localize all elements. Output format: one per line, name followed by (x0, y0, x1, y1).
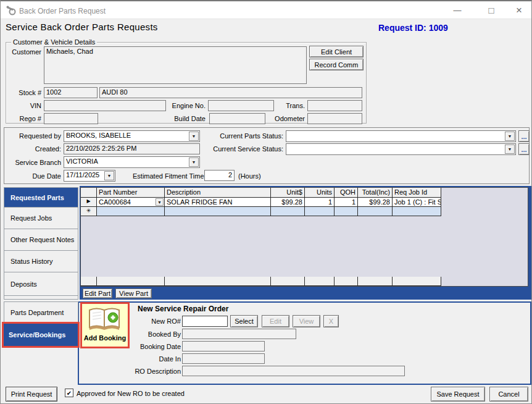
print-request-button[interactable]: Print Request (6, 387, 57, 402)
maximize-button[interactable]: □ (481, 1, 502, 19)
grid-header-description[interactable]: Description (165, 188, 271, 198)
engine-no-label: Engine No. (167, 102, 206, 109)
grid-header-unit-price[interactable]: Unit$ (271, 188, 305, 198)
service-branch-label: Service Branch (9, 159, 61, 166)
vin-label: VIN (7, 102, 41, 109)
footer-cell (271, 277, 305, 286)
ro-description-field (182, 366, 405, 376)
grid-footer-row (81, 277, 441, 286)
save-request-button[interactable]: Save Request (431, 387, 485, 402)
odometer-field[interactable] (307, 113, 362, 124)
cell-qoh[interactable]: 1 (335, 198, 358, 207)
request-id: Request ID: 1009 (378, 23, 448, 33)
parts-status-combo[interactable]: ▼ (286, 130, 516, 142)
vehicle-description-field[interactable]: AUDI 80 (99, 87, 362, 98)
sidebar-item-service-bookings[interactable]: Service/Bookings (2, 322, 80, 348)
customer-label: Customer (10, 48, 41, 56)
sidebar-item-deposits[interactable]: Deposits (4, 272, 78, 296)
engine-no-field[interactable] (208, 100, 274, 111)
stock-number-field[interactable]: 1002 (44, 87, 98, 98)
trans-field[interactable] (307, 100, 362, 111)
view-part-button[interactable]: View Part (115, 288, 152, 298)
cell-part-number[interactable]: CA000684 ▼ (97, 198, 165, 207)
sidebar-item-request-jobs[interactable]: Request Jobs (4, 207, 78, 229)
new-cell-description[interactable] (165, 207, 271, 216)
approved-checkbox[interactable]: ✔ (65, 389, 73, 397)
new-cell-part-number[interactable] (97, 207, 165, 216)
cell-total-inc[interactable]: $99.28 (358, 198, 393, 207)
build-date-label: Build Date (167, 115, 206, 122)
requested-by-combo[interactable]: BROOKS, ISABELLE ▼ (64, 130, 200, 142)
rego-field[interactable] (44, 113, 98, 124)
back-order-parts-request-window: Back Order Parts Request — □ × Service B… (0, 0, 532, 404)
record-comm-button[interactable]: Record Comm (309, 59, 364, 70)
sidebar-item-other-request-notes[interactable]: Other Request Notes (4, 229, 78, 251)
parts-status-more-button[interactable]: ... (518, 130, 530, 142)
add-booking-button[interactable]: Add Booking (80, 302, 130, 348)
due-date-value: 17/11/2025 (66, 171, 99, 179)
close-button[interactable]: × (509, 1, 530, 19)
build-date-field[interactable] (209, 113, 265, 124)
title-bar: Back Order Parts Request — □ × (1, 1, 531, 19)
grid-header-qoh[interactable]: QOH (335, 188, 358, 198)
requested-by-label: Requested by (12, 132, 61, 140)
footer-cell (81, 277, 97, 286)
sidebar-item-parts-department[interactable]: Parts Department (4, 301, 78, 324)
service-status-more-button[interactable]: ... (518, 143, 530, 155)
created-label: Created: (12, 145, 61, 153)
minimize-button[interactable]: — (447, 1, 468, 19)
grid-header-part-number[interactable]: Part Number (97, 188, 165, 198)
grid-header-units[interactable]: Units (305, 188, 335, 198)
cell-req-job-id[interactable]: Job 1 (C) : Fit So (393, 198, 441, 207)
chevron-down-icon[interactable]: ▼ (189, 158, 199, 167)
service-branch-combo[interactable]: VICTORIA ▼ (64, 156, 200, 168)
grid-header-req-job-id[interactable]: Req Job Id (393, 188, 441, 198)
sidebar-item-requested-parts[interactable]: Requested Parts (4, 187, 78, 208)
cell-unit-price[interactable]: $99.28 (271, 198, 305, 207)
booked-by-field (182, 329, 296, 339)
customer-field[interactable]: Michaels, Chad (44, 46, 307, 84)
footer-cell (335, 277, 358, 286)
sidebar-item-status-history[interactable]: Status History (4, 250, 78, 272)
due-date-combo[interactable]: 17/11/2025 ▼ (64, 170, 115, 182)
cancel-button[interactable]: Cancel (489, 387, 528, 402)
new-cell-req-job-id[interactable] (393, 207, 441, 216)
new-ro-field[interactable] (182, 316, 228, 327)
chevron-down-icon[interactable]: ▼ (505, 145, 515, 154)
new-cell-units[interactable] (305, 207, 335, 216)
stock-label: Stock # (7, 89, 41, 96)
current-row-marker-icon: ▶ (81, 198, 97, 207)
service-status-label: Current Service Status: (204, 145, 283, 153)
approved-checkbox-label[interactable]: Approved for New RO to be created (77, 390, 185, 397)
chevron-down-icon[interactable]: ▼ (505, 132, 515, 141)
booking-date-field (182, 341, 265, 351)
due-date-label: Due Date (24, 172, 61, 180)
odometer-label: Odometer (274, 115, 305, 122)
cell-units[interactable]: 1 (305, 198, 335, 207)
grid-header-total-inc[interactable]: Total(Inc) (358, 188, 393, 198)
new-cell-qoh[interactable] (335, 207, 358, 216)
service-status-combo[interactable]: ▼ (286, 143, 516, 155)
service-branch-value: VICTORIA (66, 158, 98, 165)
cell-description[interactable]: SOLAR FRIDGE FAN (165, 198, 271, 207)
check-icon: ✔ (67, 390, 72, 397)
grid-header-row: Part Number Description Unit$ Units QOH … (81, 188, 441, 198)
edit-client-button[interactable]: Edit Client (309, 46, 364, 57)
ro-description-label: RO Description (122, 368, 181, 375)
edit-ro-button: Edit (262, 315, 289, 327)
new-cell-total-inc[interactable] (358, 207, 393, 216)
select-ro-button[interactable]: Select (230, 315, 258, 327)
created-field: 22/10/2025 2:25:26 PM (64, 143, 200, 154)
table-row[interactable]: ▶ CA000684 ▼ SOLAR FRIDGE FAN $99.28 1 1… (81, 198, 441, 207)
vin-field[interactable] (44, 100, 166, 111)
edit-part-button[interactable]: Edit Part (83, 288, 112, 298)
fitment-time-field[interactable]: 2 (204, 170, 235, 181)
chevron-down-icon[interactable]: ▼ (104, 171, 114, 180)
grid-new-row[interactable]: ✳ (81, 207, 441, 216)
chevron-down-icon[interactable]: ▼ (189, 132, 199, 141)
chevron-down-icon[interactable]: ▼ (156, 198, 164, 206)
booking-section-title: New Service Repair Order (138, 305, 228, 313)
page-title: Service Back Order Parts Requests (6, 22, 158, 32)
footer-cell (393, 277, 441, 286)
new-cell-unit-price[interactable] (271, 207, 305, 216)
